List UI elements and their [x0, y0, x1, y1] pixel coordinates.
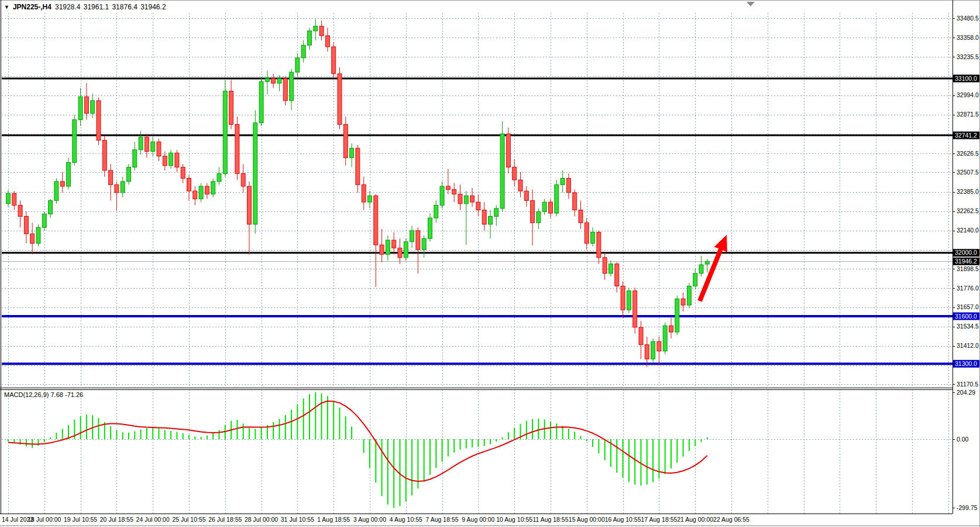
low-value: 31876.4: [112, 3, 137, 11]
close-value: 31946.2: [140, 3, 166, 11]
macd-main-value: 7.68: [50, 391, 63, 398]
macd-indicator-label: MACD(12,26,9) 7.68 -71.26: [4, 391, 83, 398]
support-resistance-lines[interactable]: [2, 78, 953, 364]
trend-arrow[interactable]: [700, 235, 727, 301]
candles-layer: [6, 19, 710, 367]
grid-layer: [2, 13, 953, 514]
macd-name: MACD(12,26,9): [4, 391, 49, 398]
symbol-dropdown-icon[interactable]: ▼: [4, 4, 9, 10]
mt4-chart-window: ▼ JPN225-,H4 31928.4 31961.1 31876.4 319…: [0, 0, 980, 527]
macd-histogram: [8, 392, 707, 508]
chart-canvas[interactable]: 33480.533358.033235.532994.032871.532626…: [0, 0, 980, 527]
macd-signal-line: [8, 401, 707, 481]
time-axis[interactable]: [0, 514, 953, 526]
high-value: 31961.1: [84, 3, 109, 11]
macd-signal-value: -71.26: [65, 391, 83, 398]
chart-title-bar: ▼ JPN225-,H4 31928.4 31961.1 31876.4 319…: [4, 3, 167, 11]
open-value: 31928.4: [55, 3, 80, 11]
price-axis[interactable]: [953, 0, 980, 514]
ohlc-values: 31928.4 31961.1 31876.4 31946.2: [55, 3, 167, 11]
symbol-period-label: JPN225-,H4: [13, 3, 51, 11]
chart-shift-marker[interactable]: [747, 2, 755, 6]
